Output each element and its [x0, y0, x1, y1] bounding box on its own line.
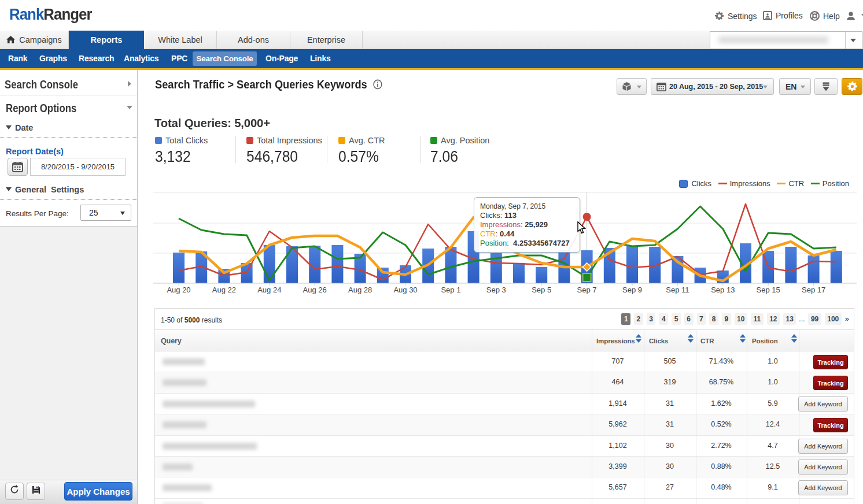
svg-text:Aug 24: Aug 24: [257, 286, 281, 294]
svg-text:Sep 7: Sep 7: [577, 286, 597, 294]
svg-text:Sep 3: Sep 3: [486, 286, 506, 294]
svg-text:Sep 11: Sep 11: [666, 286, 689, 294]
svg-text:Aug 20: Aug 20: [167, 286, 190, 294]
svg-text:Aug 22: Aug 22: [212, 286, 236, 294]
svg-text:Sep 17: Sep 17: [802, 286, 825, 294]
svg-text:Aug 28: Aug 28: [348, 286, 372, 294]
svg-text:Sep 9: Sep 9: [622, 286, 642, 294]
svg-text:Aug 30: Aug 30: [393, 286, 417, 294]
svg-text:Sep 15: Sep 15: [757, 286, 780, 294]
svg-text:Sep 5: Sep 5: [532, 286, 551, 294]
svg-text:Aug 26: Aug 26: [303, 286, 327, 294]
svg-text:Sep 1: Sep 1: [441, 286, 460, 294]
svg-text:Sep 13: Sep 13: [711, 286, 735, 294]
